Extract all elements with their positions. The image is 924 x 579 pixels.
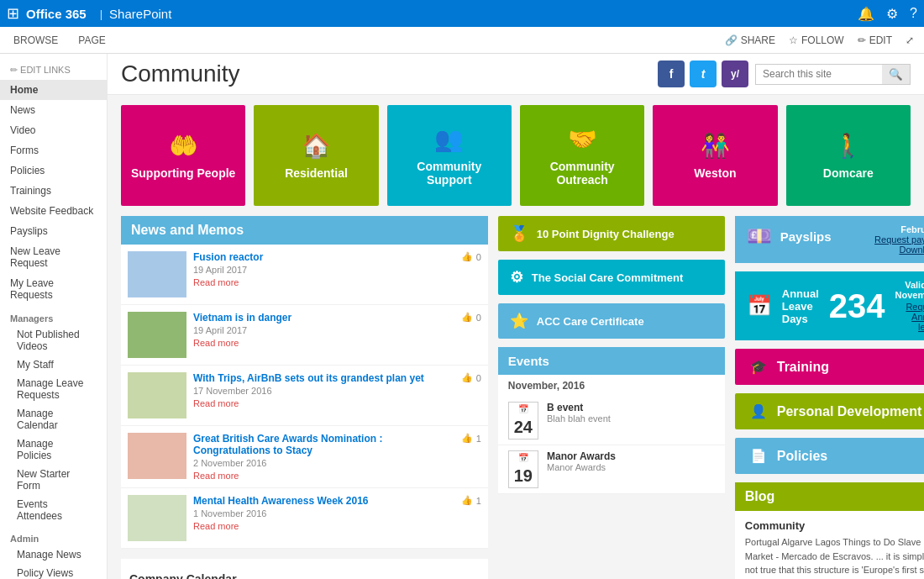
news-title-5[interactable]: Mental Health Awareness Week 2016 <box>193 495 454 507</box>
bell-icon[interactable]: 🔔 <box>858 6 874 22</box>
event-sub-2: Manor Awards <box>547 462 715 472</box>
nav-page[interactable]: PAGE <box>75 29 108 51</box>
request-leave-link[interactable]: Request Annual leave <box>906 302 924 332</box>
yammer-button[interactable]: y/ <box>722 61 748 87</box>
news-item: With Trips, AirBnB sets out its grandest… <box>121 366 488 426</box>
training-icon: 🎓 <box>750 359 767 375</box>
personal-development-button[interactable]: 👤 Personal Development <box>735 393 924 429</box>
sidebar-sub-manage-cal[interactable]: Manage Calendar <box>0 404 107 434</box>
news-link-5[interactable]: Read more <box>193 521 454 531</box>
community-support-icon: 👥 <box>434 125 464 153</box>
sidebar-sub-events-attendees[interactable]: Events Attendees <box>0 495 107 525</box>
policies-button[interactable]: 📄 Policies <box>735 438 924 474</box>
edit-links-top[interactable]: ✏ EDIT LINKS <box>0 61 107 80</box>
tile-domcare[interactable]: 🚶 Domcare <box>786 105 911 206</box>
sidebar-item-website-feedback[interactable]: Website Feedback <box>0 201 107 221</box>
news-link-4[interactable]: Read more <box>193 471 454 481</box>
calendar-section: Company Calendar ◀ ▶ April 2017 SUNDAY M… <box>121 559 488 579</box>
event-item-2: 📅 19 Manor Awards Manor Awards <box>498 445 725 494</box>
nav-fullscreen[interactable]: ⤢ <box>906 34 914 46</box>
policies-icon: 📄 <box>750 448 767 464</box>
blog-text-1: Portugal Algarve Lagos Things to Do Slav… <box>745 535 924 579</box>
news-content-1: Fusion reactor 19 April 2017 Read more <box>193 251 454 287</box>
gear-icon[interactable]: ⚙ <box>886 6 898 22</box>
social-care-label: The Social Care Commitment <box>532 271 684 284</box>
sidebar-sub-my-staff[interactable]: My Staff <box>0 355 107 374</box>
sidebar-item-home[interactable]: Home <box>0 80 107 100</box>
col-mid: 🏅 10 Point Dignity Challenge ⚙ The Socia… <box>498 216 725 579</box>
news-date-3: 17 November 2016 <box>193 386 454 396</box>
nav-share[interactable]: 🔗SHARE <box>725 34 775 46</box>
sidebar-item-video[interactable]: Video <box>0 120 107 140</box>
leave-box: 📅 Annual Leave Days 234 Valid on Novembe… <box>735 271 924 340</box>
events-section: Events November, 2016 📅 24 B event Blah … <box>498 347 725 494</box>
col-left: News and Memos Fusion reactor 19 April 2… <box>121 216 488 579</box>
sidebar-item-forms[interactable]: Forms <box>0 140 107 161</box>
facebook-button[interactable]: f <box>658 61 685 87</box>
sidebar-item-new-leave-request[interactable]: New Leave Request <box>0 241 107 273</box>
download-payslip-link[interactable]: Download <box>874 245 924 255</box>
blog-header: Blog <box>735 482 924 511</box>
news-likes-3: 👍 0 <box>461 372 481 383</box>
news-title-2[interactable]: Vietnam is in danger <box>193 312 454 324</box>
news-content-3: With Trips, AirBnB sets out its grandest… <box>193 372 454 408</box>
sidebar-sub-new-starter[interactable]: New Starter Form <box>0 465 107 495</box>
grid-icon[interactable]: ⊞ <box>7 4 19 23</box>
event-title-1[interactable]: B event <box>547 402 715 413</box>
news-title-4[interactable]: Great British Care Awards Nomination : C… <box>193 433 454 456</box>
blog-section: Blog Community Portugal Algarve Lagos Th… <box>735 482 924 579</box>
news-link-1[interactable]: Read more <box>193 277 454 287</box>
news-content-5: Mental Health Awareness Week 2016 1 Nove… <box>193 495 454 531</box>
ten-point-dignity-button[interactable]: 🏅 10 Point Dignity Challenge <box>498 216 725 251</box>
event-date-box-2: 📅 19 <box>508 450 538 488</box>
acc-care-button[interactable]: ⭐ ACC Care Certificate <box>498 303 725 339</box>
help-icon[interactable]: ? <box>910 6 917 21</box>
main-content: News and Memos Fusion reactor 19 April 2… <box>108 216 924 579</box>
tile-community-outreach[interactable]: 🤝 Community Outreach <box>520 105 644 206</box>
tile-supporting-people-label: Supporting People <box>131 166 235 180</box>
news-item: Fusion reactor 19 April 2017 Read more 👍… <box>121 245 488 305</box>
col-right: 💷 Payslips February Request payslip Down… <box>735 216 924 579</box>
search-input[interactable] <box>756 65 882 83</box>
event-date-box-1: 📅 24 <box>508 402 538 440</box>
events-month: November, 2016 <box>498 375 725 397</box>
nav-follow[interactable]: ☆FOLLOW <box>789 34 844 46</box>
office365-label[interactable]: Office 365 <box>26 7 87 21</box>
sidebar-sub-manage-policies[interactable]: Manage Policies <box>0 434 107 465</box>
sidebar-item-policies[interactable]: Policies <box>0 161 107 181</box>
event-title-2[interactable]: Manor Awards <box>547 450 715 462</box>
sidebar-item-payslips[interactable]: Payslips <box>0 221 107 241</box>
twitter-button[interactable]: t <box>690 61 717 87</box>
personal-icon: 👤 <box>750 403 767 419</box>
news-date-2: 19 April 2017 <box>193 325 454 335</box>
tile-residential-label: Residential <box>285 166 348 180</box>
tile-supporting-people[interactable]: 🤲 Supporting People <box>121 105 245 206</box>
news-link-2[interactable]: Read more <box>193 338 454 348</box>
social-care-button[interactable]: ⚙ The Social Care Commitment <box>498 260 725 295</box>
event-cal-icon-2: 📅 <box>517 451 530 464</box>
sidebar-sub-manage-news[interactable]: Manage News <box>0 545 107 564</box>
tile-community-support[interactable]: 👥 Community Support <box>387 105 512 206</box>
request-payslip-link[interactable]: Request payslip <box>874 234 924 245</box>
nav-edit[interactable]: ✏EDIT <box>858 34 892 46</box>
training-button[interactable]: 🎓 Training <box>735 349 924 385</box>
tile-community-outreach-label: Community Outreach <box>527 160 638 187</box>
sidebar-item-my-leave-requests[interactable]: My Leave Requests <box>0 273 107 305</box>
sidebar-sub-manage-leave[interactable]: Manage Leave Requests <box>0 374 107 404</box>
sidebar-sub-not-published[interactable]: Not Published Videos <box>0 325 107 355</box>
tile-residential[interactable]: 🏠 Residential <box>254 105 378 206</box>
news-item: Great British Care Awards Nomination : C… <box>121 426 488 488</box>
search-button[interactable]: 🔍 <box>882 65 910 84</box>
sidebar-item-trainings[interactable]: Trainings <box>0 181 107 201</box>
company-calendar-title: Company Calendar <box>129 567 480 579</box>
sidebar-sub-policy-views[interactable]: Policy Views Statistics <box>0 564 107 579</box>
tile-weston[interactable]: 👫 Weston <box>653 105 777 206</box>
top-bar: ⊞ Office 365 | SharePoint 🔔 ⚙ ? <box>0 0 924 27</box>
search-box: 🔍 <box>755 64 911 85</box>
sidebar-item-news[interactable]: News <box>0 100 107 120</box>
nav-browse[interactable]: BROWSE <box>10 29 61 51</box>
news-title-1[interactable]: Fusion reactor <box>193 251 454 263</box>
news-title-3[interactable]: With Trips, AirBnB sets out its grandest… <box>193 372 454 384</box>
news-item: Vietnam is in danger 19 April 2017 Read … <box>121 305 488 366</box>
news-link-3[interactable]: Read more <box>193 398 454 408</box>
